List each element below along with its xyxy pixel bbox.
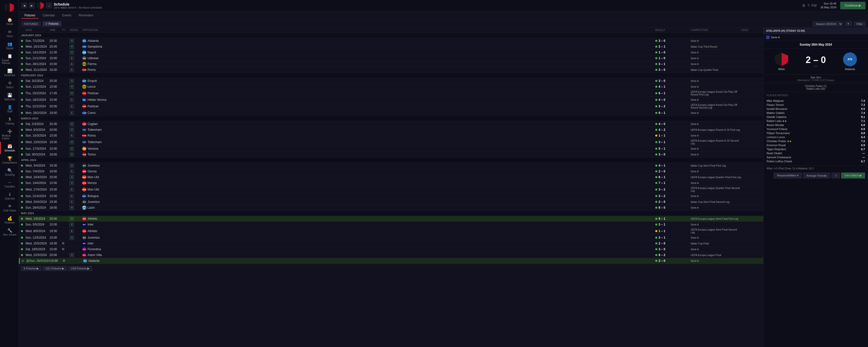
filter-main-btn[interactable]: Filter xyxy=(854,22,866,26)
sidebar-item-training[interactable]: 🏃 Training xyxy=(0,115,19,127)
sidebar-item-dev-centre[interactable]: 🔧 Dev. Centre xyxy=(0,226,19,238)
fixture-date: Sun, 17/3/2024 xyxy=(26,147,50,150)
table-row[interactable]: Sat, 30/3/2024 18:00 H TOR Torino 3 – 0 … xyxy=(19,152,763,158)
venue-badge: H xyxy=(70,236,74,240)
table-row[interactable]: Sun, 11/2/2024 15:00 H LEC Lecce 4 – 1 S… xyxy=(19,84,763,90)
match-date: Sunday 26th May 2024 xyxy=(766,43,866,46)
table-row[interactable]: Sun, 21/4/2024 15:00 A BOL Bologna 3 – 2… xyxy=(19,193,763,199)
table-row[interactable]: Wed, 17/4/2024 19:30 A MUN Man Utd 3 – 2… xyxy=(19,186,763,193)
table-row[interactable]: Wed, 3/4/2024 19:30 H JUV Juventus 4 – 1… xyxy=(19,163,763,169)
sidebar-item-finances[interactable]: 💰 Finances xyxy=(0,214,19,226)
fixture-date: Wed, 13/3/2024 xyxy=(26,140,50,144)
sidebar-item-competitions[interactable]: 🏆 Competitions xyxy=(0,154,19,166)
team-logo: MUN xyxy=(82,187,86,192)
fixtures-filter-btn[interactable]: FIXTURES xyxy=(22,22,41,26)
table-row[interactable]: Wed, 8/5/2024 19:30 A ATH Athletic 1 – 1… xyxy=(19,228,763,235)
tab-calendar[interactable]: Calendar xyxy=(40,12,58,19)
team-logo: FIO xyxy=(82,247,86,251)
fixtures-toggle-btn[interactable]: ✓ Fixtures xyxy=(43,22,61,26)
table-row[interactable]: Thu, 22/2/2024 20:00 A PAR Partizan 3 – … xyxy=(19,103,763,110)
arrange-friendly-btn[interactable]: Arrange Friendly xyxy=(803,173,830,178)
table-row[interactable]: Wed, 6/3/2024 20:00 H TOT Tottenham 4 – … xyxy=(19,127,763,133)
table-row[interactable]: Sun, 17/3/2024 15:00 H VEN Venezia 5 – 1… xyxy=(19,146,763,152)
table-row[interactable]: Thu, 15/2/2024 17:45 H PAR Partizan 6 – … xyxy=(19,90,763,97)
table-row[interactable]: Wed, 13/3/2024 19:30 H TOT Tottenham 3 –… xyxy=(19,139,763,146)
sidebar-item-staff[interactable]: 👤 Staff xyxy=(0,103,19,115)
table-row[interactable]: Sat, 18/5/2024 15:00 N FIO Fiorentina 3 … xyxy=(19,246,763,252)
sidebar-item-tactics[interactable]: ⚙ Tactics xyxy=(0,79,19,91)
scorer-2: Rafael Leão (50) xyxy=(766,88,866,90)
profile-icon[interactable]: FM xyxy=(811,3,816,7)
table-row[interactable]: Sun, 7/4/2024 18:00 A GEN Genoa 2 – 0 Se… xyxy=(19,169,763,174)
tab-fixtures[interactable]: Fixtures xyxy=(22,12,38,19)
table-row-current[interactable]: @Sun, 26/5/2024 15:00 H ATA Atalanta 2 –… xyxy=(19,258,763,264)
table-row[interactable]: Wed, 22/5/2024 20:00 H AVL Aston Villa 8… xyxy=(19,252,763,258)
u21-fixtures-btn[interactable]: U21 Fixtures ▶ xyxy=(43,266,67,271)
table-row[interactable]: Mon, 26/2/2024 19:00 A COM Como 6 – 1 Se… xyxy=(19,110,763,116)
sidebar-item-label: Dynamics xyxy=(4,74,16,77)
table-row[interactable]: Sun, 14/4/2024 15:00 H MON Monza 7 – 1 S… xyxy=(19,180,763,186)
competition-name: UEFA Europa League Round of 16 Second Le… xyxy=(691,139,741,145)
view-match-btn[interactable]: View Match ▶ xyxy=(841,173,865,178)
sidebar-item-squad-planner[interactable]: 📋 Squad Planner xyxy=(0,51,19,67)
table-row[interactable]: Wed, 15/5/2024 19:30 N INT Inter 2 – 0 I… xyxy=(19,241,763,246)
sidebar-item-medical-centre[interactable]: ➕ Medical Centre xyxy=(0,127,19,142)
score-value: 5 – 1 xyxy=(658,217,665,220)
prev-match-btn[interactable]: ◁ xyxy=(831,173,840,178)
responsibilities-btn[interactable]: Responsibilities ▾ xyxy=(774,173,802,178)
u18-fixtures-btn[interactable]: U18 Fixtures ▶ xyxy=(68,266,92,271)
table-row[interactable]: Sat, 2/3/2024 20:30 H CAG Cagliari 4 – 0… xyxy=(19,121,763,127)
venue-badge: H xyxy=(70,140,74,144)
settings-icon[interactable]: ⚙ xyxy=(802,3,805,7)
table-row[interactable]: Sun, 5/5/2024 15:00 H INT Inter 3 – 1 Se… xyxy=(19,222,763,228)
table-row[interactable]: Sun, 21/1/2024 15:00 A UDI Udinese 1 – 0… xyxy=(19,56,763,61)
sidebar-item-transfers[interactable]: ↔ Transfers xyxy=(0,178,19,190)
score-value: 3 – 1 xyxy=(658,140,665,144)
team-name: Athletic xyxy=(88,217,97,220)
team-name: Athletic xyxy=(88,229,97,233)
table-row[interactable]: Wed, 1/5/2024 20:00 H ATH Athletic 5 – 1… xyxy=(19,216,763,222)
table-row[interactable]: Sun, 12/5/2024 15:00 H JUV Juventus 3 – … xyxy=(19,235,763,241)
sidebar-item-home[interactable]: 🏠 Home xyxy=(0,15,19,28)
sidebar-item-squad[interactable]: 👥 Squad xyxy=(0,40,19,51)
tab-reminders[interactable]: Reminders xyxy=(76,12,96,19)
table-row[interactable]: Sun, 18/2/2024 15:00 A HEL Hellas Verona… xyxy=(19,97,763,103)
venue-badge: H xyxy=(70,217,74,221)
table-row[interactable]: Wed, 10/4/2024 20:00 H MUN Man Utd 6 – 1… xyxy=(19,174,763,180)
competition-name: Serie A xyxy=(691,40,741,42)
competition-name: Serie A xyxy=(691,85,741,88)
table-row[interactable]: Sun, 14/1/2024 12:30 H NAP Napoli 1 – 0 … xyxy=(19,49,763,56)
sidebar-item-club-info[interactable]: ℹ Club Info xyxy=(0,190,19,202)
score-value: 5 – 1 xyxy=(658,147,665,150)
sidebar-item-schedule[interactable]: 📅 Schedule xyxy=(0,142,19,154)
nav-back-button[interactable]: ◀ xyxy=(22,3,27,8)
fixture-result: 1 – 0 xyxy=(655,50,691,54)
star-icon: ★★ xyxy=(787,140,792,143)
table-row[interactable]: Sun, 10/3/2024 15:00 A ROM Roma 1 – 1 Se… xyxy=(19,133,763,139)
table-row[interactable]: Sun, 7/1/2024 20:30 H ATA Atalanta 3 – 0… xyxy=(19,38,763,44)
table-row[interactable]: Wed, 31/1/2024 19:30 A ROM Roma 3 – 0 It… xyxy=(19,67,763,73)
month-header-jan: JANUARY 2024 xyxy=(19,33,763,38)
8-fixtures-btn[interactable]: 8 Fixtures ▶ xyxy=(21,266,41,271)
header-opposition: OPPOSITION xyxy=(82,29,133,32)
table-row[interactable]: Wed, 24/4/2024 19:30 A JUV Juventus 2 – … xyxy=(19,199,763,205)
tab-events[interactable]: Events xyxy=(59,12,74,19)
table-row[interactable]: Sun, 28/1/2024 15:00 A PAR Parma 3 – 1 S… xyxy=(19,61,763,67)
team-name: Fiorentina xyxy=(88,247,101,251)
range-btn[interactable]: ▾ xyxy=(845,22,852,26)
table-row[interactable]: Sat, 3/2/2024 20:30 H EMP Empoli 3 – 0 S… xyxy=(19,78,763,84)
sidebar-item-label: Home xyxy=(6,23,13,26)
table-row[interactable]: Wed, 10/1/2024 20:45 H SAM Sampdoria 2 –… xyxy=(19,44,763,49)
sidebar-item-club-vision[interactable]: 👁 Club Vision xyxy=(0,202,19,214)
fixture-result: 6 – 1 xyxy=(655,111,691,115)
season-select[interactable]: Season 2023/24 xyxy=(813,22,843,27)
continue-button[interactable]: Continue ▶ xyxy=(840,2,866,9)
sidebar-item-inbox[interactable]: ✉ Inbox xyxy=(0,28,19,40)
help-icon[interactable]: ? xyxy=(807,3,809,7)
nav-forward-button[interactable]: ▶ xyxy=(29,3,35,8)
sidebar-item-data-hub[interactable]: 💾 Data Hub xyxy=(0,91,19,103)
sidebar-item-dynamics[interactable]: 📊 Dynamics xyxy=(0,67,19,79)
table-row[interactable]: Sun, 28/4/2024 18:00 H LAZ Lazio 8 – 0 S… xyxy=(19,205,763,211)
sidebar-item-scouting[interactable]: 🔍 Scouting xyxy=(0,166,19,178)
home-nav-button[interactable]: ⌂ xyxy=(46,3,52,8)
